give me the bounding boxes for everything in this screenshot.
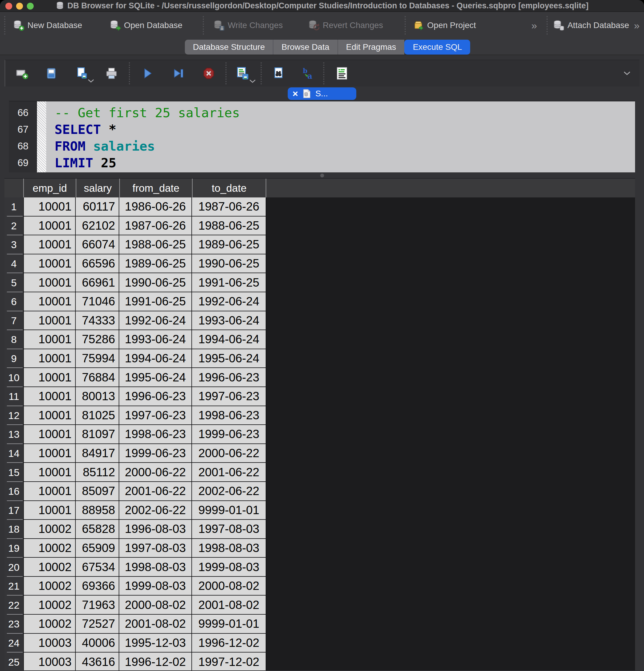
table-cell[interactable]: 10001 [23, 501, 76, 520]
row-number[interactable]: 24 [4, 634, 23, 653]
row-number[interactable]: 7 [4, 311, 23, 330]
table-cell[interactable]: 10001 [23, 216, 76, 236]
table-cell[interactable]: 1991-06-25 [119, 292, 192, 311]
find-button[interactable] [270, 66, 287, 81]
sql-editor[interactable]: 66676869 -- Get first 25 salariesSELECT … [9, 101, 635, 173]
table-cell[interactable]: 66596 [76, 254, 119, 274]
table-cell[interactable]: 71046 [76, 292, 119, 311]
table-cell[interactable]: 10001 [23, 235, 76, 254]
row-number[interactable]: 20 [4, 558, 23, 577]
row-number[interactable]: 1 [4, 198, 23, 216]
table-cell[interactable]: 9999-01-01 [192, 615, 266, 634]
table-cell[interactable]: 1998-08-03 [119, 558, 192, 577]
table-cell[interactable]: 1988-06-25 [192, 216, 266, 236]
row-number[interactable]: 10 [4, 368, 23, 387]
table-cell[interactable]: 43616 [76, 653, 119, 670]
table-cell[interactable]: 81097 [76, 425, 119, 444]
table-cell[interactable]: 65909 [76, 539, 119, 558]
table-cell[interactable]: 1989-06-25 [192, 235, 266, 254]
column-header-salary[interactable]: salary [76, 179, 119, 198]
table-cell[interactable]: 1990-06-25 [119, 273, 192, 292]
table-cell[interactable]: 81025 [76, 406, 119, 425]
table-cell[interactable]: 60117 [76, 198, 119, 216]
icon-toolbar-overflow-chevron-icon[interactable] [623, 71, 631, 75]
table-cell[interactable]: 67534 [76, 558, 119, 577]
save-sql-file-button[interactable] [73, 66, 90, 81]
table-cell[interactable]: 2001-08-02 [192, 596, 266, 615]
toolbar-overflow-chevron[interactable]: » [632, 20, 641, 31]
open-sql-tab-button[interactable] [14, 66, 30, 81]
table-cell[interactable]: 1999-06-23 [192, 425, 266, 444]
table-cell[interactable]: 10002 [23, 520, 76, 539]
table-cell[interactable]: 10001 [23, 368, 76, 387]
column-header-from-date[interactable]: from_date [119, 179, 192, 198]
row-number[interactable]: 5 [4, 273, 23, 292]
tab-browse-data[interactable]: Browse Data [273, 40, 337, 54]
table-cell[interactable]: 2002-06-22 [119, 501, 192, 520]
table-cell[interactable]: 88958 [76, 501, 119, 520]
tab-execute-sql[interactable]: Execute SQL [404, 40, 470, 54]
table-cell[interactable]: 1996-08-03 [119, 520, 192, 539]
table-cell[interactable]: 1987-06-26 [192, 198, 266, 216]
table-cell[interactable]: 1993-06-24 [119, 330, 192, 349]
table-cell[interactable]: 71963 [76, 596, 119, 615]
save-results-button[interactable] [234, 65, 252, 81]
table-cell[interactable]: 10001 [23, 444, 76, 463]
table-cell[interactable]: 1994-06-24 [192, 330, 266, 349]
table-cell[interactable]: 10002 [23, 615, 76, 634]
row-number[interactable]: 12 [4, 406, 23, 425]
table-cell[interactable]: 1998-08-03 [192, 539, 266, 558]
table-cell[interactable]: 1987-06-26 [119, 216, 192, 236]
table-cell[interactable]: 75286 [76, 330, 119, 349]
column-header-to-date[interactable]: to_date [192, 179, 266, 198]
table-cell[interactable]: 2001-08-02 [119, 615, 192, 634]
column-header-emp-id[interactable]: emp_id [23, 179, 76, 198]
table-cell[interactable]: 1997-08-03 [192, 520, 266, 539]
code-line[interactable]: LIMIT 25 [54, 154, 635, 171]
editor-results-splitter[interactable] [4, 173, 640, 178]
attach-database-button[interactable]: Attach Database [550, 18, 632, 33]
open-database-button[interactable]: Open Database [107, 18, 185, 33]
table-cell[interactable]: 1992-06-24 [192, 292, 266, 311]
table-cell[interactable]: 1986-06-26 [119, 198, 192, 216]
minimize-window-button[interactable] [16, 3, 23, 10]
table-cell[interactable]: 10003 [23, 653, 76, 670]
row-number[interactable]: 8 [4, 330, 23, 349]
row-number[interactable]: 25 [4, 653, 23, 670]
zoom-window-button[interactable] [27, 3, 34, 10]
table-cell[interactable]: 1995-06-24 [192, 349, 266, 368]
table-cell[interactable]: 1991-06-25 [192, 273, 266, 292]
execute-current-line-button[interactable] [170, 66, 186, 81]
row-number[interactable]: 17 [4, 501, 23, 520]
export-log-button[interactable] [333, 65, 351, 81]
row-number[interactable]: 6 [4, 292, 23, 311]
table-cell[interactable]: 66961 [76, 273, 119, 292]
table-cell[interactable]: 2001-06-22 [119, 482, 192, 501]
open-project-button[interactable]: Open Project [410, 18, 479, 33]
table-cell[interactable]: 1996-12-02 [192, 634, 266, 653]
table-cell[interactable]: 10001 [23, 254, 76, 274]
editor-code[interactable]: -- Get first 25 salariesSELECT *FROM sal… [46, 101, 635, 173]
find-replace-button[interactable]: b a [299, 66, 315, 81]
row-number[interactable]: 23 [4, 615, 23, 634]
table-cell[interactable]: 1988-06-25 [119, 235, 192, 254]
table-cell[interactable]: 10001 [23, 330, 76, 349]
table-cell[interactable]: 1996-06-23 [119, 387, 192, 406]
table-cell[interactable]: 1999-06-23 [119, 444, 192, 463]
print-button[interactable] [103, 66, 120, 81]
table-cell[interactable]: 10002 [23, 539, 76, 558]
revert-changes-button[interactable]: Revert Changes [305, 18, 386, 33]
table-cell[interactable]: 1998-06-23 [119, 425, 192, 444]
table-cell[interactable]: 1989-06-25 [119, 254, 192, 274]
table-cell[interactable]: 84917 [76, 444, 119, 463]
row-number[interactable]: 18 [4, 520, 23, 539]
row-number[interactable]: 2 [4, 216, 23, 236]
table-cell[interactable]: 10001 [23, 482, 76, 501]
table-cell[interactable]: 1992-06-24 [119, 311, 192, 330]
row-number[interactable]: 9 [4, 349, 23, 368]
table-cell[interactable]: 10002 [23, 596, 76, 615]
table-cell[interactable]: 1996-12-02 [119, 653, 192, 670]
table-cell[interactable]: 9999-01-01 [192, 501, 266, 520]
row-number[interactable]: 16 [4, 482, 23, 501]
results-corner-cell[interactable] [4, 179, 23, 198]
